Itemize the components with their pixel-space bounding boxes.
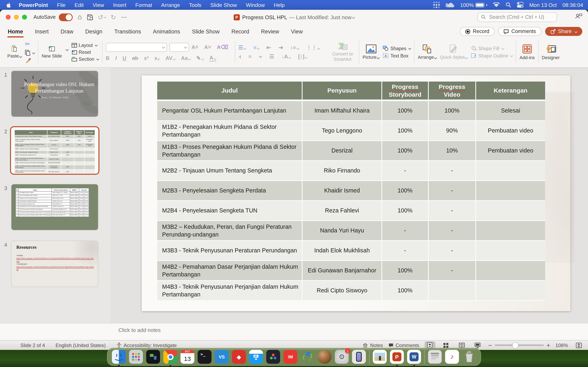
vscode-icon[interactable]: VS [215,350,229,364]
layout-button[interactable]: Layout [71,43,99,48]
zoom-slider[interactable] [495,345,544,346]
strikethrough-button[interactable]: ab [132,55,138,61]
align-right-button[interactable]: ⫟ [259,53,262,60]
save-icon[interactable] [87,14,93,20]
character-spacing-button[interactable]: AV [165,55,175,61]
slide-4-item[interactable]: 4 Resources • Modul: https://drive.googl… [0,241,110,287]
menu-insert[interactable]: Insert [113,2,126,8]
menu-help[interactable]: Help [274,2,285,8]
slide-editor[interactable]: JudulPenyusunProgressStoryboardProgressV… [110,68,588,323]
minimized-window-thumbnail[interactable] [428,350,442,364]
menu-arrange[interactable]: Arrange [161,2,180,8]
home-icon[interactable]: ⌂ [78,13,82,21]
italic-button[interactable]: I [115,55,117,61]
notes-pane[interactable]: Click to add notes [0,323,588,340]
share-button[interactable]: Share [545,27,582,36]
slide-2-thumbnail-selected[interactable]: JudulPenyusunProgress StoryboardProgress… [11,128,98,173]
superscript-button[interactable]: x² [144,55,149,61]
menu-tools[interactable]: Tools [189,2,201,8]
comments-button[interactable]: Comments [498,27,541,36]
powerpoint-icon[interactable]: P [390,350,404,364]
text-box-button[interactable]: A Text Box [383,53,411,58]
menu-edit[interactable]: Edit [75,2,84,8]
slide-1-item[interactable]: 1 Perkembangan video OSL Hukum Pertamban… [0,71,110,117]
tab-animations[interactable]: Animations [153,25,181,37]
increase-indent-button[interactable]: ⇥ [278,44,283,50]
align-left-button[interactable]: ⫞ [238,53,241,60]
paste-button[interactable]: Paste [7,45,22,58]
menu-clock[interactable]: 08:36:04 [562,2,583,8]
apple-menu-icon[interactable] [6,2,12,8]
text-direction-button[interactable]: ↓A [282,53,291,59]
picture-button[interactable]: Picture [363,44,380,59]
close-window-button[interactable] [6,15,11,20]
trash-icon[interactable] [462,350,476,364]
slide-3-item[interactable]: 3 NoMateriPenyusun Story BoardMODULTime … [0,184,110,230]
minimize-window-button[interactable] [14,15,19,20]
more-commands-icon[interactable]: ⋯ [121,13,128,21]
tab-slide-show[interactable]: Slide Show [191,25,220,37]
diamond-app-icon[interactable]: ◆ [232,350,246,364]
tab-view[interactable]: View [291,25,303,37]
accessibility-status[interactable]: Accessibility: Investigate [116,342,177,348]
progress-table[interactable]: JudulPenyusunProgressStoryboardProgressV… [157,82,545,301]
align-text-button[interactable]: [↕] [298,53,307,59]
fit-slide-button[interactable] [573,341,584,349]
font-color-button[interactable]: A [209,54,216,61]
slide-indicator[interactable]: Slide 2 of 4 [20,342,45,348]
terminal-icon[interactable]: >_ [198,350,212,364]
menu-file[interactable]: File [57,2,66,8]
slide-canvas[interactable]: JudulPenyusunProgressStoryboardProgressV… [142,75,571,311]
comments-toggle[interactable]: Comments [388,342,419,348]
language-indicator[interactable]: English (United States) [56,342,105,348]
search-field[interactable] [477,12,557,22]
autosave-toggle[interactable] [59,13,73,21]
window-manager-icon[interactable] [146,350,160,364]
calendar-icon[interactable]: OCT13 [181,350,194,364]
redo-icon[interactable]: ↻ [111,13,116,21]
tab-home[interactable]: Home [7,25,24,37]
menu-powerpoint[interactable]: PowerPoint [19,2,48,8]
record-button[interactable]: Record [460,27,495,36]
arrange-button[interactable]: Arrange [418,44,437,59]
change-case-button[interactable]: Aa [181,55,191,61]
shape-fill-button[interactable]: Shape Fill [471,46,513,51]
zoom-level[interactable]: 108% [555,342,568,348]
zoom-slider-thumb[interactable] [512,342,518,348]
line-spacing-button[interactable]: ↕≡ [290,44,299,50]
slide-2-item[interactable]: 2 JudulPenyusunProgress StoryboardProgre… [0,128,110,173]
keynote-icon[interactable] [249,350,263,364]
search-input[interactable] [488,14,553,20]
ms365-grid-icon[interactable] [433,2,440,8]
tab-review[interactable]: Review [260,25,279,37]
shrink-font-button[interactable]: A˅ [204,44,211,50]
grow-font-button[interactable]: A˄ [191,44,199,50]
zoom-window-button[interactable] [22,15,27,20]
wifi-icon[interactable] [493,2,500,8]
menu-date[interactable]: Mon 13 Oct [529,2,557,8]
chrome-icon[interactable] [163,350,177,364]
tab-insert[interactable]: Insert [35,25,49,37]
onedrive-icon[interactable] [445,2,454,8]
columns-button[interactable]: ⋮⋮ [306,44,320,50]
music-app-icon[interactable]: ♪ [445,350,459,364]
davinci-resolve-icon[interactable] [266,350,280,364]
menu-format[interactable]: Format [135,2,152,8]
iphone-mirroring-icon[interactable] [352,350,366,364]
tab-transitions[interactable]: Transitions [114,25,141,37]
quick-styles-button[interactable]: Quick Styles [440,44,468,59]
undo-icon[interactable]: ↺ [98,13,106,21]
shapes-button[interactable]: Shapes [383,46,411,51]
new-slide-button[interactable]: New Slide [42,45,62,58]
highlight-button[interactable]: ✎ [196,55,204,61]
font-size-select[interactable] [169,43,189,52]
zoom-in-button[interactable]: + [546,342,550,349]
subscript-button[interactable]: x₂ [154,55,160,61]
battery-indicator[interactable]: 100% [460,2,487,8]
bullets-button[interactable]: ☰ [238,44,246,50]
screen-sync-icon[interactable] [301,350,314,364]
clear-formatting-button[interactable]: A⌫ [217,44,228,50]
slide-1-thumbnail[interactable]: Perkembangan video OSL Hukum Pertambanga… [11,71,98,117]
planet-app-icon[interactable] [318,350,332,364]
menu-window[interactable]: Window [246,2,265,8]
